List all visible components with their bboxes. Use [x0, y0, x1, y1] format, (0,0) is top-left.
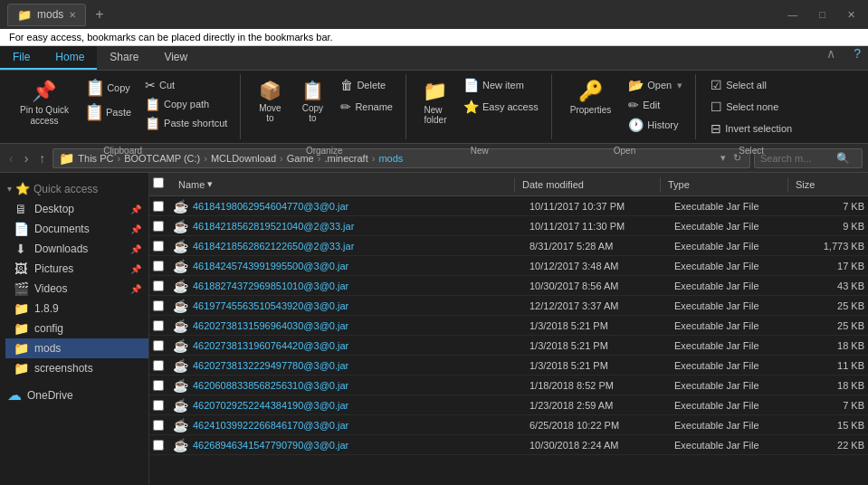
properties-button[interactable]: 🔑 Properties	[561, 76, 621, 119]
invert-selection-button[interactable]: ⊟ Invert selection	[705, 119, 797, 138]
table-row[interactable]: ☕ 46206088338568256310@3@0.jar 1/18/2018…	[149, 376, 868, 395]
copy-path-icon: 📋	[145, 97, 160, 111]
table-row[interactable]: ☕ 46188274372969851010@3@0.jar 10/30/201…	[149, 276, 868, 296]
maximize-button[interactable]: □	[814, 7, 831, 23]
ribbon-tab-bar: File Home Share View ∧ ?	[0, 46, 868, 71]
table-row[interactable]: ☕ 46268946341547790790@3@0.jar 10/30/201…	[149, 435, 868, 455]
new-tab-button[interactable]: +	[95, 6, 103, 23]
sidebar-item-desktop[interactable]: 🖥 Desktop 📌	[5, 199, 148, 219]
ribbon-help-button[interactable]: ?	[846, 46, 868, 70]
table-row[interactable]: ☕ 46202738132229497780@3@0.jar 1/3/2018 …	[149, 356, 868, 376]
ribbon-collapse-button[interactable]: ∧	[819, 46, 843, 70]
row-check[interactable]	[153, 320, 171, 331]
select-all-button[interactable]: ☑ Select all	[705, 76, 797, 94]
row-check[interactable]	[153, 261, 171, 271]
table-row[interactable]: ☕ 46202738131596964030@3@0.jar 1/3/2018 …	[149, 316, 868, 336]
close-button[interactable]: ✕	[842, 7, 861, 23]
folder-189-label: 1.8.9	[34, 302, 59, 315]
sidebar-item-videos[interactable]: 🎬 Videos 📌	[5, 279, 148, 299]
info-bar: For easy access, bookmarks can be placed…	[0, 29, 868, 46]
col-header-type[interactable]: Type	[661, 179, 787, 190]
file-jar-icon: ☕	[171, 219, 189, 233]
paste-button[interactable]: 📋 Paste	[79, 100, 137, 124]
crumb-mcldownload[interactable]: MCLDownload	[211, 153, 276, 164]
sidebar-item-documents[interactable]: 📄 Documents 📌	[5, 219, 148, 239]
table-row[interactable]: ☕ 46202738131960764420@3@0.jar 1/3/2018 …	[149, 336, 868, 356]
sidebar-item-pictures[interactable]: 🖼 Pictures 📌	[5, 259, 148, 279]
pin-to-quick-access-button[interactable]: 📌 Pin to Quickaccess	[13, 76, 76, 130]
row-check[interactable]	[153, 400, 171, 411]
sidebar: ▾ ⭐ Quick access 🖥 Desktop 📌 📄 Documents…	[0, 173, 149, 485]
select-none-button[interactable]: ☐ Select none	[705, 98, 797, 116]
col-header-date[interactable]: Date modified	[515, 179, 660, 190]
paste-shortcut-button[interactable]: 📋 Paste shortcut	[139, 114, 233, 132]
row-check[interactable]	[153, 281, 171, 291]
row-check[interactable]	[153, 380, 171, 391]
sidebar-item-189[interactable]: 📁 1.8.9	[5, 299, 148, 319]
row-check[interactable]	[153, 201, 171, 212]
file-type: Executable Jar File	[674, 320, 801, 331]
tab-file[interactable]: File	[0, 46, 43, 70]
row-check[interactable]	[153, 360, 171, 371]
copy-button[interactable]: 📋 Copy	[79, 76, 137, 100]
table-row[interactable]: ☕ 46241039922266846170@3@0.jar 6/25/2018…	[149, 415, 868, 435]
row-check[interactable]	[153, 340, 171, 351]
rename-label: Rename	[355, 101, 393, 112]
open-group-label: Open	[614, 146, 635, 156]
copy-to-button[interactable]: 📋 Copyto	[292, 76, 332, 127]
col-header-size[interactable]: Size	[788, 179, 852, 190]
row-check[interactable]	[153, 440, 171, 451]
forward-button[interactable]: ›	[21, 149, 33, 167]
sidebar-item-screenshots[interactable]: 📁 screenshots	[5, 358, 148, 378]
address-bar[interactable]: 📁 This PC › BOOTCAMP (C:) › MCLDownload …	[52, 148, 750, 168]
table-row[interactable]: ☕ 46184218562819521040@2@33.jar 10/11/20…	[149, 216, 868, 236]
file-size: 25 KB	[801, 300, 864, 311]
address-dropdown-button[interactable]: ▾	[718, 151, 729, 165]
delete-button[interactable]: 🗑 Delete	[335, 76, 398, 94]
select-all-checkbox[interactable]	[153, 177, 164, 188]
file-name: 46206088338568256310@3@0.jar	[193, 380, 529, 391]
pictures-pin-icon: 📌	[130, 264, 141, 274]
paste-icon: 📋	[84, 102, 104, 122]
col-header-name[interactable]: Name ▾	[171, 178, 514, 190]
tab-home[interactable]: Home	[43, 46, 97, 70]
row-check[interactable]	[153, 420, 171, 431]
cut-button[interactable]: ✂ Cut	[139, 76, 233, 94]
search-input[interactable]	[760, 153, 833, 164]
up-button[interactable]: ↑	[35, 149, 49, 167]
edit-button[interactable]: ✏ Edit	[623, 96, 688, 114]
row-check[interactable]	[153, 300, 171, 311]
history-button[interactable]: 🕐 History	[623, 116, 688, 134]
rename-button[interactable]: ✏ Rename	[335, 98, 398, 116]
move-to-button[interactable]: 📦 Moveto	[250, 76, 290, 127]
header-check[interactable]	[153, 177, 171, 191]
minimize-button[interactable]: —	[782, 7, 803, 23]
row-check[interactable]	[153, 221, 171, 232]
row-check[interactable]	[153, 241, 171, 252]
close-tab-button[interactable]: ✕	[69, 10, 76, 20]
table-row[interactable]: ☕ 46207029252244384190@3@0.jar 1/23/2018…	[149, 395, 868, 415]
new-folder-button[interactable]: 📁 Newfolder	[415, 76, 455, 128]
copy-path-button[interactable]: 📋 Copy path	[139, 95, 233, 113]
crumb-mods[interactable]: mods	[378, 153, 403, 164]
history-label: History	[647, 119, 678, 130]
sidebar-item-downloads[interactable]: ⬇ Downloads 📌	[5, 239, 148, 259]
table-row[interactable]: ☕ 46184198062954604770@3@0.jar 10/11/201…	[149, 196, 868, 216]
sidebar-item-onedrive[interactable]: ☁ OneDrive	[0, 384, 148, 406]
easy-access-button[interactable]: ⭐ Easy access	[458, 98, 544, 116]
file-size: 17 KB	[801, 261, 864, 271]
open-button[interactable]: 📂 Open ▾	[623, 76, 688, 94]
quick-access-label: Quick access	[33, 183, 98, 195]
table-row[interactable]: ☕ 46184245743991995500@3@0.jar 10/12/201…	[149, 256, 868, 276]
sidebar-item-mods[interactable]: 📁 mods	[5, 338, 148, 358]
browser-tab[interactable]: 📁 mods ✕	[7, 4, 86, 26]
back-button[interactable]: ‹	[5, 149, 17, 167]
table-row[interactable]: ☕ 46197745563510543920@3@0.jar 12/12/201…	[149, 296, 868, 316]
search-box[interactable]: 🔍	[754, 148, 863, 168]
quick-access-header[interactable]: ▾ ⭐ Quick access	[0, 178, 148, 199]
sidebar-item-config[interactable]: 📁 config	[5, 319, 148, 338]
tab-view[interactable]: View	[151, 46, 200, 70]
new-item-button[interactable]: 📄 New item	[458, 76, 544, 94]
table-row[interactable]: ☕ 46184218562862122650@2@33.jar 8/31/201…	[149, 236, 868, 256]
tab-share[interactable]: Share	[97, 46, 151, 70]
